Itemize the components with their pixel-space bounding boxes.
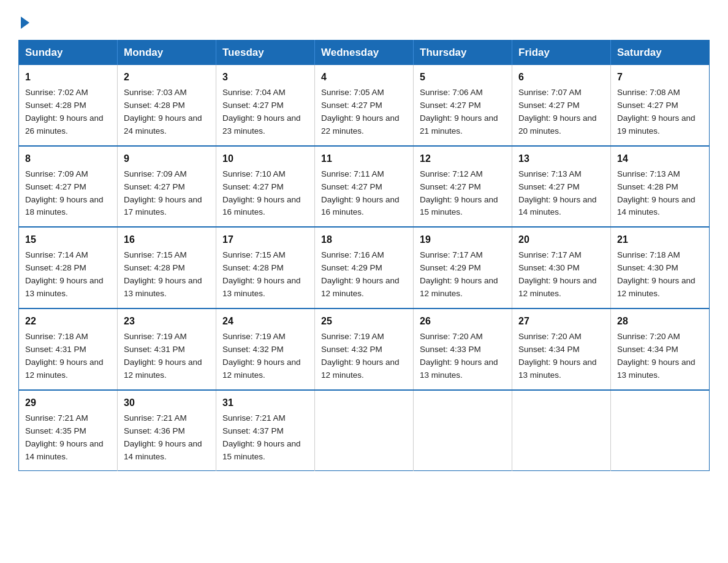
day-number: 10: [222, 151, 308, 166]
calendar-week-row: 15 Sunrise: 7:14 AMSunset: 4:28 PMDaylig…: [19, 227, 710, 308]
calendar-cell: 8 Sunrise: 7:09 AMSunset: 4:27 PMDayligh…: [19, 146, 118, 228]
day-of-week-header: Monday: [118, 40, 216, 66]
calendar-cell: 9 Sunrise: 7:09 AMSunset: 4:27 PMDayligh…: [118, 146, 216, 228]
day-number: 26: [420, 314, 506, 329]
calendar-cell: 21 Sunrise: 7:18 AMSunset: 4:30 PMDaylig…: [611, 227, 710, 308]
day-number: 12: [420, 151, 506, 166]
day-number: 27: [518, 314, 604, 329]
calendar-cell: 13 Sunrise: 7:13 AMSunset: 4:27 PMDaylig…: [512, 146, 611, 228]
day-number: 8: [25, 151, 111, 166]
logo-arrow-icon: [21, 17, 29, 29]
day-info: Sunrise: 7:08 AMSunset: 4:27 PMDaylight:…: [617, 86, 703, 138]
day-info: Sunrise: 7:17 AMSunset: 4:30 PMDaylight:…: [518, 249, 604, 301]
day-number: 15: [25, 232, 111, 247]
calendar-body: 1 Sunrise: 7:02 AMSunset: 4:28 PMDayligh…: [19, 65, 710, 471]
header-row: SundayMondayTuesdayWednesdayThursdayFrid…: [19, 40, 710, 66]
day-number: 28: [617, 314, 703, 329]
day-info: Sunrise: 7:19 AMSunset: 4:31 PMDaylight:…: [124, 331, 210, 382]
day-info: Sunrise: 7:16 AMSunset: 4:29 PMDaylight:…: [321, 249, 407, 301]
day-info: Sunrise: 7:15 AMSunset: 4:28 PMDaylight:…: [222, 249, 308, 301]
calendar-cell: [512, 390, 611, 471]
day-number: 5: [420, 70, 506, 85]
calendar-cell: [414, 390, 512, 471]
calendar-cell: 6 Sunrise: 7:07 AMSunset: 4:27 PMDayligh…: [512, 65, 611, 146]
day-number: 18: [321, 232, 407, 247]
calendar-cell: 16 Sunrise: 7:15 AMSunset: 4:28 PMDaylig…: [118, 227, 216, 308]
day-number: 29: [25, 396, 111, 410]
calendar-cell: [611, 390, 710, 471]
calendar-cell: 11 Sunrise: 7:11 AMSunset: 4:27 PMDaylig…: [315, 146, 414, 228]
day-info: Sunrise: 7:21 AMSunset: 4:35 PMDaylight:…: [25, 412, 111, 464]
day-of-week-header: Thursday: [414, 40, 512, 66]
day-of-week-header: Tuesday: [216, 40, 315, 66]
day-number: 4: [321, 70, 407, 85]
day-number: 13: [518, 151, 604, 166]
day-info: Sunrise: 7:21 AMSunset: 4:37 PMDaylight:…: [222, 412, 308, 464]
day-number: 6: [518, 70, 604, 85]
day-number: 25: [321, 314, 407, 329]
day-info: Sunrise: 7:21 AMSunset: 4:36 PMDaylight:…: [124, 412, 210, 464]
day-number: 9: [124, 151, 210, 166]
day-info: Sunrise: 7:20 AMSunset: 4:33 PMDaylight:…: [420, 331, 506, 382]
day-number: 17: [222, 232, 308, 247]
day-of-week-header: Saturday: [611, 40, 710, 66]
day-info: Sunrise: 7:18 AMSunset: 4:31 PMDaylight:…: [25, 331, 111, 382]
calendar-cell: 26 Sunrise: 7:20 AMSunset: 4:33 PMDaylig…: [414, 308, 512, 390]
calendar-cell: 15 Sunrise: 7:14 AMSunset: 4:28 PMDaylig…: [19, 227, 118, 308]
day-info: Sunrise: 7:06 AMSunset: 4:27 PMDaylight:…: [420, 86, 506, 138]
calendar-cell: 10 Sunrise: 7:10 AMSunset: 4:27 PMDaylig…: [216, 146, 315, 228]
day-number: 24: [222, 314, 308, 329]
day-info: Sunrise: 7:13 AMSunset: 4:27 PMDaylight:…: [518, 168, 604, 220]
calendar-cell: 23 Sunrise: 7:19 AMSunset: 4:31 PMDaylig…: [118, 308, 216, 390]
day-number: 19: [420, 232, 506, 247]
calendar-week-row: 22 Sunrise: 7:18 AMSunset: 4:31 PMDaylig…: [19, 308, 710, 390]
day-info: Sunrise: 7:10 AMSunset: 4:27 PMDaylight:…: [222, 168, 308, 220]
calendar-cell: 12 Sunrise: 7:12 AMSunset: 4:27 PMDaylig…: [414, 146, 512, 228]
day-info: Sunrise: 7:09 AMSunset: 4:27 PMDaylight:…: [25, 168, 111, 220]
calendar-week-row: 1 Sunrise: 7:02 AMSunset: 4:28 PMDayligh…: [19, 65, 710, 146]
day-number: 16: [124, 232, 210, 247]
calendar-cell: 22 Sunrise: 7:18 AMSunset: 4:31 PMDaylig…: [19, 308, 118, 390]
day-number: 23: [124, 314, 210, 329]
day-number: 21: [617, 232, 703, 247]
day-number: 3: [222, 70, 308, 85]
day-info: Sunrise: 7:14 AMSunset: 4:28 PMDaylight:…: [25, 249, 111, 301]
day-number: 2: [124, 70, 210, 85]
calendar-cell: 17 Sunrise: 7:15 AMSunset: 4:28 PMDaylig…: [216, 227, 315, 308]
day-info: Sunrise: 7:20 AMSunset: 4:34 PMDaylight:…: [617, 331, 703, 382]
calendar-week-row: 29 Sunrise: 7:21 AMSunset: 4:35 PMDaylig…: [19, 390, 710, 471]
calendar-table: SundayMondayTuesdayWednesdayThursdayFrid…: [18, 40, 710, 471]
day-info: Sunrise: 7:02 AMSunset: 4:28 PMDaylight:…: [25, 86, 111, 138]
calendar-cell: 5 Sunrise: 7:06 AMSunset: 4:27 PMDayligh…: [414, 65, 512, 146]
calendar-week-row: 8 Sunrise: 7:09 AMSunset: 4:27 PMDayligh…: [19, 146, 710, 228]
day-of-week-header: Friday: [512, 40, 611, 66]
calendar-cell: 7 Sunrise: 7:08 AMSunset: 4:27 PMDayligh…: [611, 65, 710, 146]
day-info: Sunrise: 7:12 AMSunset: 4:27 PMDaylight:…: [420, 168, 506, 220]
calendar-cell: 19 Sunrise: 7:17 AMSunset: 4:29 PMDaylig…: [414, 227, 512, 308]
day-info: Sunrise: 7:17 AMSunset: 4:29 PMDaylight:…: [420, 249, 506, 301]
calendar-cell: 25 Sunrise: 7:19 AMSunset: 4:32 PMDaylig…: [315, 308, 414, 390]
calendar-cell: 28 Sunrise: 7:20 AMSunset: 4:34 PMDaylig…: [611, 308, 710, 390]
day-of-week-header: Sunday: [19, 40, 118, 66]
day-number: 30: [124, 396, 210, 410]
calendar-cell: 2 Sunrise: 7:03 AMSunset: 4:28 PMDayligh…: [118, 65, 216, 146]
day-number: 20: [518, 232, 604, 247]
day-number: 22: [25, 314, 111, 329]
day-info: Sunrise: 7:20 AMSunset: 4:34 PMDaylight:…: [518, 331, 604, 382]
calendar-cell: 31 Sunrise: 7:21 AMSunset: 4:37 PMDaylig…: [216, 390, 315, 471]
day-info: Sunrise: 7:04 AMSunset: 4:27 PMDaylight:…: [222, 86, 308, 138]
day-info: Sunrise: 7:15 AMSunset: 4:28 PMDaylight:…: [124, 249, 210, 301]
calendar-header: SundayMondayTuesdayWednesdayThursdayFrid…: [19, 40, 710, 66]
calendar-cell: 1 Sunrise: 7:02 AMSunset: 4:28 PMDayligh…: [19, 65, 118, 146]
calendar-cell: 30 Sunrise: 7:21 AMSunset: 4:36 PMDaylig…: [118, 390, 216, 471]
calendar-cell: 14 Sunrise: 7:13 AMSunset: 4:28 PMDaylig…: [611, 146, 710, 228]
day-number: 31: [222, 396, 308, 410]
calendar-cell: 4 Sunrise: 7:05 AMSunset: 4:27 PMDayligh…: [315, 65, 414, 146]
calendar-cell: 18 Sunrise: 7:16 AMSunset: 4:29 PMDaylig…: [315, 227, 414, 308]
calendar-cell: 3 Sunrise: 7:04 AMSunset: 4:27 PMDayligh…: [216, 65, 315, 146]
day-info: Sunrise: 7:05 AMSunset: 4:27 PMDaylight:…: [321, 86, 407, 138]
day-info: Sunrise: 7:11 AMSunset: 4:27 PMDaylight:…: [321, 168, 407, 220]
day-info: Sunrise: 7:07 AMSunset: 4:27 PMDaylight:…: [518, 86, 604, 138]
day-number: 14: [617, 151, 703, 166]
day-number: 1: [25, 70, 111, 85]
